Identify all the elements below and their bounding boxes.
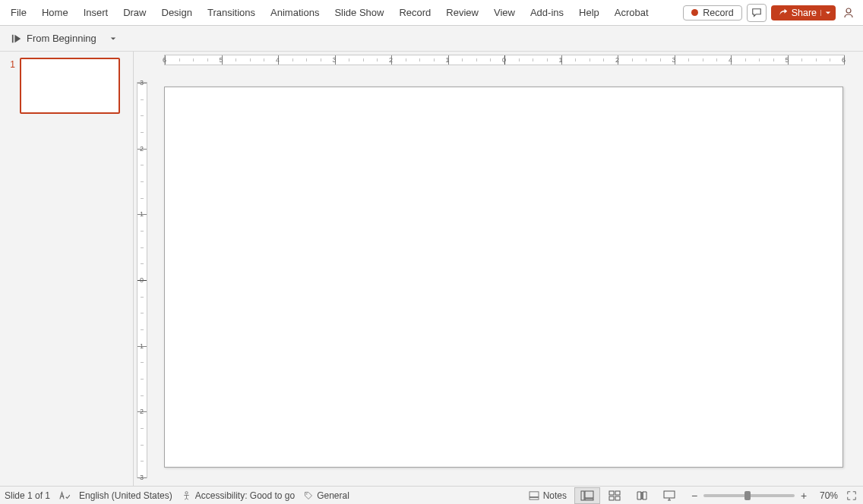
account-button[interactable] [840,4,857,22]
slide-sorter-icon [609,490,621,501]
tab-animations[interactable]: Animations [263,0,327,25]
spellcheck-status[interactable] [59,490,70,501]
svg-rect-10 [609,496,614,500]
svg-point-1 [185,492,188,494]
tab-transitions[interactable]: Transitions [200,0,263,25]
tab-record[interactable]: Record [391,0,438,25]
normal-view-button[interactable] [574,487,600,504]
zoom-slider-thumb[interactable] [744,491,751,500]
status-right: Notes − + 70% [523,487,860,504]
slide-counter[interactable]: Slide 1 of 1 [5,490,50,501]
ruler-v-label: 3 [140,474,144,481]
tab-home[interactable]: Home [34,0,76,25]
ruler-h-label: 5 [219,56,223,64]
normal-view-icon [580,490,594,501]
notes-toggle[interactable]: Notes [523,490,573,501]
ruler-h-label: 3 [672,56,676,64]
sensitivity-label: General [317,490,349,501]
share-label: Share [792,8,817,18]
from-beginning-dropdown[interactable] [105,29,122,49]
quick-action-bar: From Beginning [0,26,863,52]
from-beginning-button[interactable]: From Beginning [5,29,103,48]
slide-thumbnail-1[interactable] [20,58,120,114]
fit-icon [846,490,857,501]
thumbnail-number: 1 [8,58,15,114]
ruler-v-label: 3 [140,79,144,87]
reading-view-icon [636,490,648,501]
slideshow-view-button[interactable] [656,487,682,504]
ruler-h-label: 1 [558,56,563,64]
comment-icon [751,8,762,18]
tab-add-ins[interactable]: Add-ins [523,0,571,25]
svg-rect-12 [664,491,675,498]
tab-insert[interactable]: Insert [76,0,116,25]
ruler-h-label: 0 [502,56,507,64]
tab-draw[interactable]: Draw [115,0,153,25]
tab-acrobat[interactable]: Acrobat [607,0,656,25]
horizontal-ruler[interactable]: 6543210123456 [164,55,845,65]
spellcheck-icon [59,490,70,501]
language-status[interactable]: English (United States) [79,490,172,501]
tab-help[interactable]: Help [571,0,607,25]
svg-point-2 [306,493,308,495]
ruler-h-label: 2 [389,56,394,64]
record-button[interactable]: Record [683,5,741,20]
person-check-icon [182,490,191,500]
present-icon [663,490,675,501]
notes-icon [529,491,539,500]
share-button[interactable]: Share [771,5,836,20]
share-icon [779,8,788,17]
status-left: Slide 1 of 1 English (United States) Acc… [3,490,523,501]
svg-rect-4 [529,497,539,499]
comments-button[interactable] [747,4,767,22]
ruler-h-label: 2 [615,56,620,64]
fit-to-window-button[interactable] [843,487,860,504]
tab-slide-show[interactable]: Slide Show [327,0,391,25]
ruler-v-label: 2 [140,145,144,153]
accessibility-label: Accessibility: Good to go [195,490,295,501]
ruler-h-label: 3 [332,56,337,64]
ribbon-right-controls: Record Share [683,0,860,25]
tab-design[interactable]: Design [154,0,200,25]
svg-rect-7 [585,499,593,500]
svg-rect-8 [609,491,614,495]
chevron-down-icon [110,36,116,42]
notes-label: Notes [543,490,567,501]
workspace: 1 6543210123456 3210123 [0,52,863,486]
share-dropdown[interactable] [820,10,831,16]
zoom-in-button[interactable]: + [798,490,810,502]
tab-review[interactable]: Review [438,0,486,25]
svg-rect-9 [615,491,620,495]
ruler-h-label: 5 [785,56,789,64]
ruler-h-label: 4 [729,56,733,64]
ruler-h-label: 6 [163,56,167,64]
ribbon-tab-bar: File Home Insert Draw Design Transitions… [0,0,863,26]
tab-view[interactable]: View [486,0,523,25]
ribbon-tabs: File Home Insert Draw Design Transitions… [3,0,683,25]
svg-rect-3 [529,491,539,496]
slide-sorter-view-button[interactable] [602,487,627,504]
record-label: Record [703,8,733,18]
chevron-down-icon [825,10,831,16]
tag-icon [304,491,313,500]
ruler-h-label: 4 [276,56,280,64]
thumbnail-slot-1: 1 [8,58,125,114]
tab-file[interactable]: File [3,0,34,25]
record-dot-icon [691,9,698,16]
ruler-h-label: 6 [842,56,846,64]
slide-canvas[interactable] [164,87,843,468]
ruler-v-label: 0 [140,276,144,284]
sensitivity-status[interactable]: General [304,490,349,501]
vertical-ruler[interactable]: 3210123 [137,82,147,478]
slide-editor: 6543210123456 3210123 [134,52,863,486]
zoom-slider[interactable] [703,494,795,497]
accessibility-status[interactable]: Accessibility: Good to go [182,490,295,501]
person-icon [842,7,855,19]
svg-rect-0 [12,34,14,43]
reading-view-button[interactable] [629,487,655,504]
zoom-out-button[interactable]: − [688,490,700,502]
svg-rect-5 [581,491,584,500]
from-beginning-label: From Beginning [27,33,96,44]
status-bar: Slide 1 of 1 English (United States) Acc… [0,486,863,504]
zoom-percent[interactable]: 70% [816,490,842,501]
